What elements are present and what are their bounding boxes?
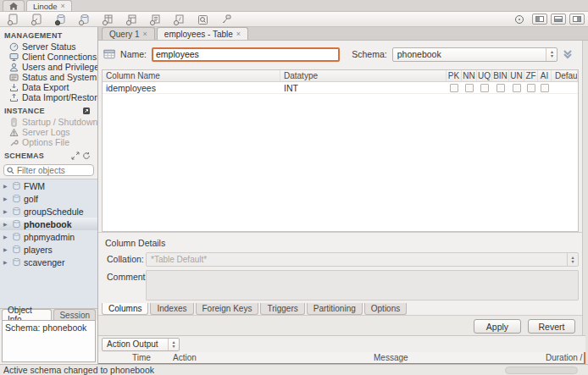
schema-icon [12, 245, 21, 254]
expander-icon[interactable]: ▶ [3, 183, 9, 189]
create-function-button[interactable] [169, 13, 188, 25]
output-selector-value: Action Output [107, 339, 158, 349]
schema-icon [12, 207, 21, 216]
status-message: Active schema changed to phonebook [3, 365, 154, 375]
schema-filter-input[interactable] [17, 166, 85, 175]
cell-column-name[interactable]: idemployees [103, 82, 280, 93]
schema-row-phpmyadmin[interactable]: ▶ phpmyadmin [0, 230, 97, 243]
cell-uq [477, 82, 492, 93]
schema-name: players [24, 245, 53, 255]
apply-button[interactable]: Apply [474, 319, 521, 334]
management-section-header: MANAGEMENT [0, 27, 97, 41]
output-header-message: Message [370, 353, 542, 362]
tab-options[interactable]: Options [364, 303, 407, 315]
action-output-panel: Action Output ▴▾ Time Action Message Dur… [98, 335, 585, 364]
tab-employees-table[interactable]: employees - Table × [157, 27, 248, 40]
new-sql-tab-button[interactable] [3, 13, 22, 25]
tab-session[interactable]: Session [53, 309, 96, 320]
uq-checkbox[interactable] [480, 84, 489, 92]
schema-row-groupschedule[interactable]: ▶ groupSchedule [0, 205, 97, 218]
create-procedure-button[interactable] [146, 13, 164, 25]
tab-triggers[interactable]: Triggers [260, 303, 304, 315]
schema-list[interactable]: ▶ FWM ▶ golf ▶ groupSchedule ▶ phonebook… [0, 179, 97, 308]
toggle-right-sidebar-button[interactable] [569, 14, 585, 25]
table-icon [103, 49, 115, 60]
pk-checkbox[interactable] [450, 84, 458, 92]
search-data-button[interactable] [193, 13, 212, 25]
expander-icon[interactable]: ▶ [3, 246, 9, 252]
expander-icon[interactable]: ▶ [3, 259, 9, 265]
open-inspector-button[interactable] [51, 13, 69, 25]
chevron-double-down-icon [562, 48, 574, 60]
open-sql-script-button[interactable] [27, 13, 46, 25]
tab-query-1[interactable]: Query 1 × [102, 27, 155, 40]
cell-datatype[interactable]: INT [280, 82, 447, 93]
ai-checkbox[interactable] [541, 84, 549, 92]
schema-row-players[interactable]: ▶ players [0, 243, 97, 256]
main-area: Query 1 × employees - Table × Name: Sche… [98, 27, 588, 364]
expander-icon[interactable]: ▶ [3, 196, 9, 201]
sidebar-item-users-and-privileges[interactable]: Users and Privileges [0, 62, 97, 72]
expander-icon[interactable]: ▶ [3, 221, 9, 227]
close-icon[interactable]: × [61, 2, 65, 10]
sidebar-item-client-connections[interactable]: Client Connections [0, 52, 97, 62]
tab-label: employees - Table [164, 30, 233, 39]
tab-object-info[interactable]: Object Info [2, 309, 52, 320]
refresh-icon[interactable] [82, 152, 91, 160]
tab-columns[interactable]: Columns [102, 303, 148, 315]
header-column-name: Column Name [103, 70, 280, 81]
tab-label: Query 1 [109, 30, 140, 39]
tab-foreign-keys[interactable]: Foreign Keys [196, 303, 259, 315]
sidebar-item-options-file[interactable]: Options File [0, 137, 97, 147]
nn-checkbox[interactable] [465, 84, 474, 92]
close-icon[interactable]: × [143, 30, 147, 38]
schema-row-scavenger[interactable]: ▶ scavenger [0, 256, 97, 268]
toggle-left-sidebar-button[interactable] [532, 14, 547, 25]
expander-icon[interactable]: ▶ [3, 208, 9, 214]
reconnect-dbms-button[interactable] [217, 13, 236, 25]
output-selector[interactable]: Action Output ▴▾ [102, 338, 180, 351]
schema-row-fwm[interactable]: ▶ FWM [0, 179, 97, 192]
stepper-icon: ▴▾ [168, 339, 179, 350]
sidebar-item-data-import-restore[interactable]: Data Import/Restore [0, 92, 97, 102]
editor-bottom-tabs: Columns Indexes Foreign Keys Triggers Pa… [98, 303, 582, 315]
cell-default[interactable] [552, 82, 578, 93]
close-icon[interactable]: × [236, 30, 241, 38]
header-default: Default [552, 70, 578, 81]
search-data-icon [197, 14, 208, 25]
bin-checkbox[interactable] [496, 84, 505, 92]
sidebar-item-data-export[interactable]: Data Export [0, 82, 97, 92]
connection-tab-linode[interactable]: Linode × [26, 0, 72, 11]
expand-collapse-icon[interactable] [71, 152, 80, 160]
sidebar-item-label: Server Status [22, 41, 76, 52]
table-row[interactable]: idemployees INT [103, 82, 578, 94]
sidebar-item-startup-shutdown[interactable]: Startup / Shutdown [0, 117, 97, 127]
table-name-input[interactable] [152, 47, 340, 62]
sidebar-item-server-logs[interactable]: Server Logs [0, 127, 97, 137]
create-table-icon [102, 14, 114, 25]
table-name-row: Name: Schema: phonebook ▴▾ [98, 41, 582, 68]
toggle-output-area-button[interactable] [551, 14, 566, 25]
schema-label: Schema: [352, 49, 386, 59]
expand-header-button[interactable] [557, 48, 577, 60]
un-checkbox[interactable] [513, 84, 521, 92]
create-table-button[interactable] [98, 13, 117, 25]
create-view-button[interactable] [122, 13, 141, 25]
instance-actions-icon[interactable] [82, 107, 91, 115]
schema-row-phonebook[interactable]: ▶ phonebook [0, 218, 97, 230]
sidebar-item-server-status[interactable]: Server Status [0, 41, 97, 52]
schema-row-golf[interactable]: ▶ golf [0, 192, 97, 205]
sidebar-item-status-system-variables[interactable]: Status and System Variables [0, 72, 97, 82]
revert-button[interactable]: Revert [528, 319, 575, 334]
left-panel-icon [535, 16, 544, 22]
warning-icon [9, 128, 19, 137]
tab-indexes[interactable]: Indexes [150, 303, 193, 315]
zf-checkbox[interactable] [527, 84, 535, 92]
tab-partitioning[interactable]: Partitioning [307, 303, 363, 315]
schema-select[interactable]: phonebook ▴▾ [392, 47, 558, 62]
sidebar-item-label: Users and Privileges [22, 62, 97, 72]
bottom-panel-icon [554, 16, 563, 22]
create-schema-button[interactable] [75, 13, 93, 25]
home-tab[interactable] [3, 0, 25, 11]
expander-icon[interactable]: ▶ [3, 234, 9, 240]
